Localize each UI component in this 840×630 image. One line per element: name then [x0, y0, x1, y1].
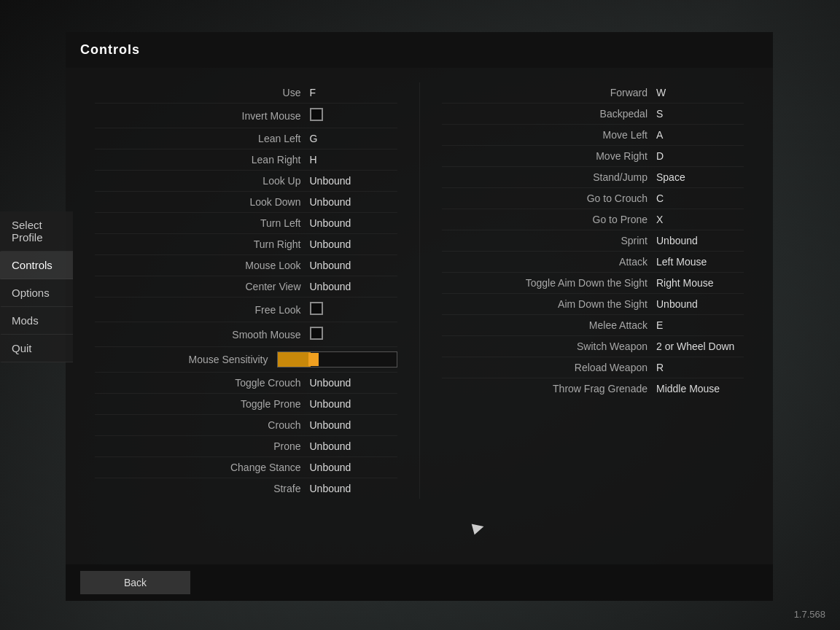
value-throw-frag[interactable]: Middle Mouse	[656, 383, 744, 394]
value-center-view[interactable]: Unbound	[310, 281, 397, 292]
label-mouse-sensitivity: Mouse Sensitivity	[95, 354, 277, 365]
control-row-prone: Prone Unbound	[95, 436, 397, 457]
left-column: Use F Invert Mouse Lean Left G Lean Righ…	[95, 82, 419, 499]
value-attack[interactable]: Left Mouse	[656, 256, 744, 268]
label-lean-right: Lean Right	[95, 154, 310, 166]
value-move-left[interactable]: A	[656, 129, 744, 141]
control-row-move-right: Move Right D	[442, 146, 744, 167]
label-move-left: Move Left	[442, 129, 657, 141]
control-row-toggle-prone: Toggle Prone Unbound	[95, 394, 397, 415]
control-row-lean-left: Lean Left G	[95, 128, 397, 149]
control-row-stand-jump: Stand/Jump Space	[442, 167, 744, 188]
value-toggle-ads[interactable]: Right Mouse	[656, 277, 744, 289]
value-look-down[interactable]: Unbound	[310, 196, 397, 208]
label-throw-frag: Throw Frag Grenade	[442, 383, 657, 394]
control-row-switch-weapon: Switch Weapon 2 or Wheel Down	[442, 336, 744, 357]
control-row-reload-weapon: Reload Weapon R	[442, 357, 744, 378]
value-invert-mouse	[310, 108, 397, 123]
label-sprint: Sprint	[442, 235, 657, 246]
slider-fill	[278, 352, 311, 367]
label-melee-attack: Melee Attack	[442, 319, 657, 331]
value-mouse-sensitivity	[277, 351, 397, 368]
checkbox-free-look[interactable]	[310, 302, 323, 315]
main-panel: Controls Use F Invert Mouse Lean Left G …	[66, 32, 773, 601]
control-row-go-to-prone: Go to Prone X	[442, 209, 744, 230]
control-row-ads: Aim Down the Sight Unbound	[442, 294, 744, 315]
value-ads[interactable]: Unbound	[656, 298, 744, 310]
control-row-attack: Attack Left Mouse	[442, 252, 744, 273]
control-row-mouse-sensitivity: Mouse Sensitivity	[95, 347, 397, 373]
sidebar-item-controls[interactable]: Controls	[0, 252, 73, 279]
control-row-throw-frag: Throw Frag Grenade Middle Mouse	[442, 378, 744, 399]
label-ads: Aim Down the Sight	[442, 298, 657, 310]
label-forward: Forward	[442, 87, 657, 98]
value-sprint[interactable]: Unbound	[656, 235, 744, 246]
label-reload-weapon: Reload Weapon	[442, 362, 657, 373]
control-row-use: Use F	[95, 82, 397, 104]
value-go-to-crouch[interactable]: C	[656, 192, 744, 204]
sidebar-item-mods[interactable]: Mods	[0, 307, 73, 335]
control-row-lean-right: Lean Right H	[95, 149, 397, 171]
label-toggle-crouch: Toggle Crouch	[95, 377, 310, 389]
version-text: 1.7.568	[794, 609, 825, 620]
value-use[interactable]: F	[310, 87, 397, 98]
control-row-move-left: Move Left A	[442, 125, 744, 146]
label-toggle-prone: Toggle Prone	[95, 398, 310, 410]
value-crouch[interactable]: Unbound	[310, 419, 397, 431]
control-row-sprint: Sprint Unbound	[442, 230, 744, 252]
control-row-turn-left: Turn Left Unbound	[95, 213, 397, 234]
value-turn-left[interactable]: Unbound	[310, 217, 397, 229]
label-switch-weapon: Switch Weapon	[442, 341, 657, 352]
label-crouch: Crouch	[95, 419, 310, 431]
value-melee-attack[interactable]: E	[656, 319, 744, 331]
value-move-right[interactable]: D	[656, 150, 744, 162]
sidebar-item-select-profile[interactable]: Select Profile	[0, 211, 73, 252]
control-row-change-stance: Change Stance Unbound	[95, 457, 397, 478]
value-strafe[interactable]: Unbound	[310, 483, 397, 494]
value-forward[interactable]: W	[656, 87, 744, 98]
sidebar-item-options[interactable]: Options	[0, 279, 73, 307]
label-turn-right: Turn Right	[95, 238, 310, 250]
control-row-backpedal: Backpedal S	[442, 104, 744, 125]
control-row-go-to-crouch: Go to Crouch C	[442, 188, 744, 209]
control-row-crouch: Crouch Unbound	[95, 415, 397, 436]
value-toggle-crouch[interactable]: Unbound	[310, 377, 397, 389]
value-reload-weapon[interactable]: R	[656, 362, 744, 373]
label-stand-jump: Stand/Jump	[442, 171, 657, 183]
control-row-toggle-crouch: Toggle Crouch Unbound	[95, 373, 397, 394]
value-change-stance[interactable]: Unbound	[310, 462, 397, 473]
value-prone[interactable]: Unbound	[310, 440, 397, 452]
value-lean-right[interactable]: H	[310, 154, 397, 166]
label-turn-left: Turn Left	[95, 217, 310, 229]
control-row-look-up: Look Up Unbound	[95, 171, 397, 192]
sidebar-item-quit[interactable]: Quit	[0, 335, 73, 362]
value-free-look	[310, 302, 397, 317]
label-free-look: Free Look	[95, 304, 310, 316]
control-row-invert-mouse: Invert Mouse	[95, 104, 397, 128]
value-turn-right[interactable]: Unbound	[310, 238, 397, 250]
checkbox-invert-mouse[interactable]	[310, 108, 323, 121]
control-row-mouse-look: Mouse Look Unbound	[95, 255, 397, 276]
value-go-to-prone[interactable]: X	[656, 214, 744, 225]
label-smooth-mouse: Smooth Mouse	[95, 329, 310, 341]
footer-bar: Back	[66, 564, 773, 601]
value-look-up[interactable]: Unbound	[310, 175, 397, 187]
mouse-sensitivity-slider[interactable]	[277, 351, 397, 368]
label-change-stance: Change Stance	[95, 462, 310, 473]
value-stand-jump[interactable]: Space	[656, 171, 744, 183]
control-row-look-down: Look Down Unbound	[95, 192, 397, 213]
control-row-free-look: Free Look	[95, 298, 397, 322]
label-move-right: Move Right	[442, 150, 657, 162]
value-backpedal[interactable]: S	[656, 108, 744, 120]
value-lean-left[interactable]: G	[310, 133, 397, 144]
back-button[interactable]: Back	[80, 571, 190, 594]
value-mouse-look[interactable]: Unbound	[310, 260, 397, 271]
label-look-down: Look Down	[95, 196, 310, 208]
value-toggle-prone[interactable]: Unbound	[310, 398, 397, 410]
checkbox-smooth-mouse[interactable]	[310, 327, 323, 340]
label-lean-left: Lean Left	[95, 133, 310, 144]
control-row-melee-attack: Melee Attack E	[442, 315, 744, 336]
value-switch-weapon[interactable]: 2 or Wheel Down	[656, 341, 744, 352]
control-row-forward: Forward W	[442, 82, 744, 104]
label-strafe: Strafe	[95, 483, 310, 494]
